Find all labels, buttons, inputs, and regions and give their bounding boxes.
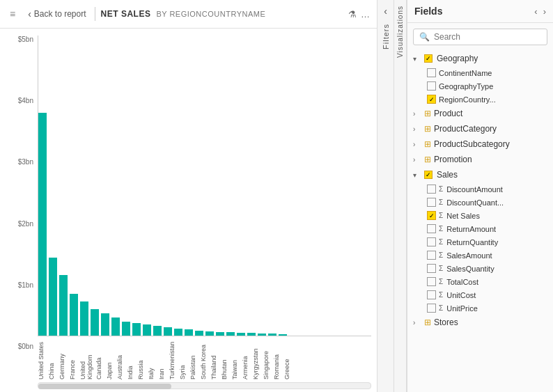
bar-wrapper[interactable] [70, 294, 78, 336]
fields-title: Fields [414, 6, 442, 17]
bar [49, 258, 57, 336]
bar-wrapper[interactable] [80, 301, 88, 336]
field-item[interactable]: ΣTotalCost [407, 275, 553, 288]
field-item[interactable]: ΣReturnQuantity [407, 235, 553, 249]
x-label: Bhutan [221, 339, 229, 379]
field-checkbox[interactable] [427, 81, 436, 91]
expand-icon: › [413, 319, 421, 327]
field-group-header[interactable]: ▾✓Sales [407, 167, 553, 182]
bar-wrapper[interactable] [101, 313, 109, 336]
x-label: Singapore [263, 339, 271, 379]
field-checkbox[interactable]: ✓ [427, 95, 436, 104]
field-checkbox[interactable] [427, 290, 436, 299]
bar-wrapper[interactable] [216, 332, 224, 336]
sigma-icon: Σ [439, 291, 443, 299]
group-table-icon: ⊞ [424, 317, 431, 327]
field-checkbox[interactable] [427, 68, 436, 77]
bar [59, 275, 68, 336]
field-item[interactable]: ΣDiscountAmount [407, 182, 553, 196]
x-label: India [127, 339, 135, 379]
bar [258, 334, 266, 336]
filters-collapse-icon[interactable]: ‹ [384, 6, 387, 17]
bar-wrapper[interactable] [153, 326, 162, 336]
field-item[interactable]: ΣUnitCost [407, 288, 553, 301]
bar-wrapper[interactable] [38, 113, 47, 336]
bar-wrapper[interactable] [258, 334, 266, 336]
field-item[interactable]: ΣDiscountQuant... [407, 196, 553, 209]
scrollbar[interactable] [38, 382, 371, 389]
y-label-2bn: $2bn [18, 220, 33, 228]
field-checkbox[interactable] [427, 304, 436, 313]
field-group-header[interactable]: ▾✓Geography [407, 51, 553, 66]
field-item[interactable]: ✓RegionCountry... [407, 93, 553, 106]
bar-wrapper[interactable] [247, 333, 256, 336]
field-checkbox[interactable] [427, 237, 436, 246]
bar [205, 331, 214, 336]
x-label: Japan [106, 339, 114, 379]
bar [111, 317, 120, 336]
bar-wrapper[interactable] [122, 322, 130, 336]
field-item[interactable]: ΣSalesQuantity [407, 262, 553, 275]
field-group: ›⊞ProductSubcategory [407, 136, 553, 152]
x-label: Canada [95, 339, 104, 379]
filter-icon[interactable]: ⚗ [348, 9, 357, 19]
field-checkbox[interactable] [427, 251, 436, 260]
field-group-header[interactable]: ›⊞ProductSubcategory [407, 136, 553, 152]
bar-wrapper[interactable] [195, 331, 203, 336]
bar-wrapper[interactable] [59, 275, 68, 336]
back-button[interactable]: ‹ Back to report [24, 7, 95, 21]
viz-label: Visualizations [396, 6, 404, 58]
bar-wrapper[interactable] [279, 334, 287, 336]
field-name: Net Sales [446, 212, 480, 220]
search-icon: 🔍 [419, 32, 430, 42]
bar-wrapper[interactable] [237, 333, 245, 336]
bar [279, 334, 287, 336]
field-checkbox[interactable] [427, 264, 436, 273]
field-item[interactable]: GeographyType [407, 79, 553, 93]
x-label: Australia [116, 339, 125, 379]
bar-wrapper[interactable] [91, 309, 99, 336]
bar [247, 333, 256, 336]
expand-icon: › [413, 141, 421, 148]
bar-wrapper[interactable] [174, 329, 182, 336]
more-icon[interactable]: … [361, 9, 370, 19]
search-input[interactable] [434, 32, 541, 42]
field-name: RegionCountry... [439, 95, 496, 104]
group-name: Promotion [434, 155, 472, 164]
bar-wrapper[interactable] [268, 334, 276, 336]
field-checkbox[interactable]: ✓ [427, 211, 436, 220]
field-item[interactable]: ΣReturnAmount [407, 222, 553, 235]
field-group-header[interactable]: ›⊞Product [407, 106, 553, 121]
field-checkbox[interactable] [427, 277, 436, 286]
sigma-icon: Σ [439, 212, 443, 219]
bar-wrapper[interactable] [205, 331, 214, 336]
field-checkbox[interactable] [427, 224, 436, 233]
x-label: United States [38, 339, 46, 379]
bar-wrapper[interactable] [185, 329, 193, 336]
field-group-header[interactable]: ›⊞Stores [407, 315, 553, 330]
nav-back-icon[interactable]: ‹ [534, 6, 537, 17]
field-checkbox[interactable] [427, 198, 436, 207]
field-group-header[interactable]: ›⊞Promotion [407, 152, 553, 167]
bar-wrapper[interactable] [226, 332, 235, 336]
x-label: Armenia [242, 339, 250, 379]
bar-wrapper[interactable] [164, 327, 172, 336]
field-name: DiscountQuant... [446, 198, 504, 207]
bar-wrapper[interactable] [49, 258, 57, 336]
field-group-header[interactable]: ›⊞ProductCategory [407, 121, 553, 136]
field-item[interactable]: ContinentName [407, 66, 553, 79]
field-item[interactable]: ΣUnitPrice [407, 301, 553, 315]
bar-wrapper[interactable] [132, 323, 141, 336]
bar-wrapper[interactable] [111, 317, 120, 336]
x-label: China [48, 339, 56, 379]
bar [122, 322, 130, 336]
y-label-0bn: $0bn [18, 343, 33, 350]
field-checkbox[interactable] [427, 185, 436, 194]
field-item[interactable]: ✓ΣNet Sales [407, 209, 553, 222]
field-name: SalesAmount [446, 251, 492, 260]
bar-wrapper[interactable] [143, 324, 151, 336]
filters-label[interactable]: Filters [382, 24, 390, 49]
field-group: ›⊞Promotion [407, 152, 553, 167]
nav-forward-icon[interactable]: › [543, 6, 546, 17]
field-item[interactable]: ΣSalesAmount [407, 249, 553, 262]
